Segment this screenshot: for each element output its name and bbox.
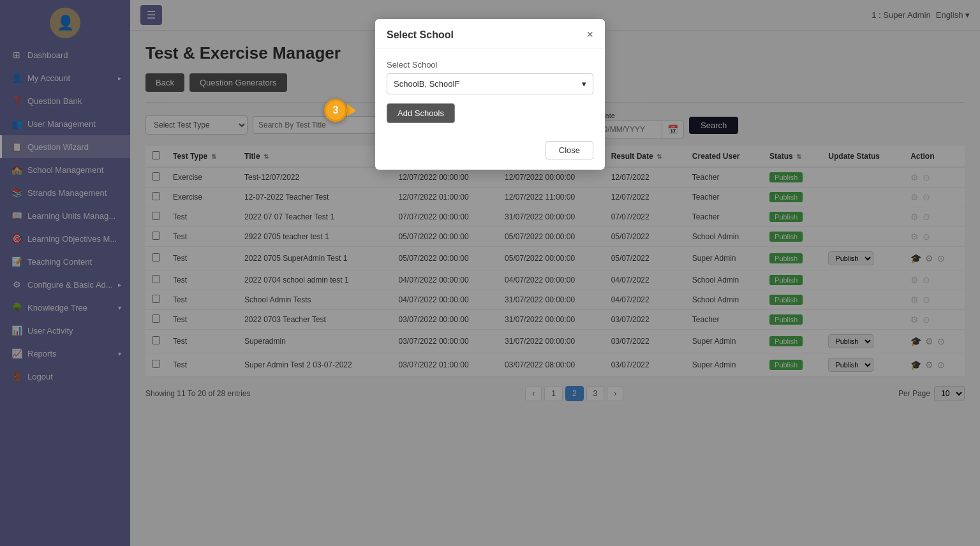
school-value: SchoolB, SchoolF bbox=[394, 79, 459, 89]
dropdown-arrow-icon: ▾ bbox=[582, 79, 586, 89]
step-badge: 3 bbox=[324, 99, 347, 122]
modal-footer: Close bbox=[375, 135, 605, 170]
school-dropdown[interactable]: SchoolB, SchoolF ▾ bbox=[387, 73, 593, 94]
school-select-label: Select School bbox=[387, 60, 593, 70]
close-modal-button[interactable]: Close bbox=[546, 141, 593, 159]
modal-title: Select School bbox=[387, 29, 454, 41]
modal-dialog: Select School × Select School SchoolB, S… bbox=[375, 19, 605, 170]
modal-close-button[interactable]: × bbox=[586, 28, 593, 41]
modal-body: Select School SchoolB, SchoolF ▾ Add Sch… bbox=[375, 48, 605, 135]
modal-header: Select School × bbox=[375, 19, 605, 48]
add-schools-button[interactable]: Add Schools bbox=[387, 103, 455, 123]
modal-overlay: 3 Select School × Select School SchoolB,… bbox=[0, 0, 980, 546]
